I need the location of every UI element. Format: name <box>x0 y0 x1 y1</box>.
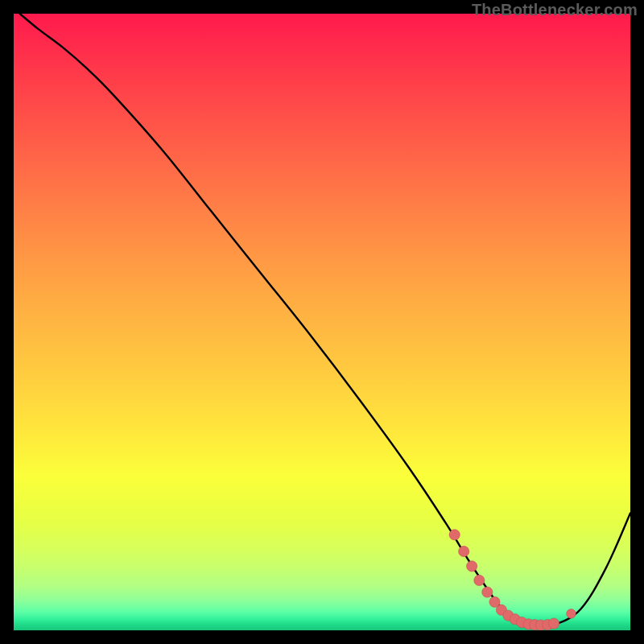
highlight-dot <box>482 587 493 597</box>
highlight-dot <box>449 530 460 540</box>
source-label: TheBottlenecker.com <box>472 1 638 19</box>
bottleneck-curve <box>20 14 630 625</box>
curve-layer <box>14 14 630 630</box>
highlight-markers <box>449 530 576 630</box>
chart-stage: TheBottlenecker.com <box>0 0 644 644</box>
highlight-dot <box>459 546 469 556</box>
plot-area <box>14 14 630 630</box>
highlight-dot <box>467 561 477 572</box>
highlight-dot <box>474 575 485 585</box>
highlight-dot <box>567 609 576 619</box>
highlight-dot <box>548 618 559 629</box>
